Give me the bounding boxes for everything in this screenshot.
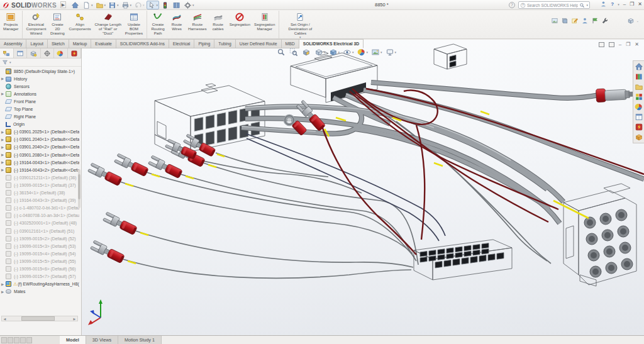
quick-access-button[interactable]: ▾	[108, 1, 119, 9]
expand-arrow[interactable]: ▶	[1, 282, 6, 286]
tree-item[interactable]: ▶ (-) 03901.2025<1> (Default<<Default	[0, 128, 79, 136]
view-tool-button[interactable]: ▾	[371, 48, 382, 57]
tree-item[interactable]: (-) 4302520001<1> (Default) (48)	[0, 219, 79, 227]
sheet-navigation-buttons[interactable]	[0, 336, 33, 344]
minimize-button[interactable]: –	[623, 1, 626, 7]
command-tab[interactable]: Electrical	[169, 39, 195, 48]
dropdown-caret[interactable]: ▾	[117, 3, 119, 7]
ribbon-button[interactable]: Electrical Component Wizard	[24, 11, 48, 38]
command-tab[interactable]: Piping	[194, 39, 214, 48]
command-tab[interactable]: Tubing	[214, 39, 236, 48]
view-tool-caret[interactable]: ▾	[395, 50, 397, 54]
tab-display-manager[interactable]	[54, 48, 68, 58]
quick-access-button[interactable]: ▾	[133, 1, 145, 9]
task-pane-tab[interactable]	[635, 123, 643, 131]
filter-funnel-icon[interactable]	[2, 59, 8, 65]
tree-item[interactable]: (-) 0390121211<1> (Default) (36)	[0, 174, 79, 181]
dropdown-caret[interactable]: ▾	[157, 3, 158, 7]
command-tab[interactable]: User Defined Route	[236, 39, 282, 48]
tree-item[interactable]: Top Plane	[0, 105, 79, 113]
expand-arrow[interactable]: ▶	[1, 130, 6, 134]
connector-top-center[interactable]	[291, 52, 377, 103]
help-button[interactable]: ?	[611, 1, 614, 7]
tree-item[interactable]: (-) 19099-0015<3> (Default) (53)	[0, 242, 79, 250]
tree-item[interactable]: Origin	[0, 121, 79, 128]
tree-item[interactable]: (-) c-0480708-10-an-3d<1> (Default	[0, 212, 79, 219]
search-box[interactable]: Search SOLIDWORKS Help ▾	[518, 1, 590, 9]
tree-item[interactable]: ▶ (-) 03901.2040<2> (Default<<Default	[0, 143, 79, 151]
doc-restore-button[interactable]: ❐	[626, 42, 630, 47]
dropdown-caret[interactable]: ▾	[130, 3, 132, 7]
command-tab[interactable]: Evaluate	[91, 39, 116, 48]
expand-arrow[interactable]: ▶	[1, 77, 6, 80]
view-tool-button[interactable]: ▾	[386, 48, 397, 57]
tab-configuration-manager[interactable]	[27, 48, 41, 58]
tree-vertical-scrollbar[interactable]	[78, 169, 80, 208]
tree-item[interactable]: (-) 19099-0015<6> (Default) (56)	[0, 265, 79, 272]
scroll-right-arrow[interactable]: ▶	[72, 317, 77, 321]
ring-terminal[interactable]	[285, 116, 294, 125]
expand-arrow[interactable]: ▶	[1, 290, 6, 294]
expand-arrow[interactable]: ▶	[1, 153, 6, 157]
view-tool-button[interactable]: ▾	[314, 48, 326, 57]
tree-item[interactable]: ▶ (-) 19164-0043<1> (Default<<Defau	[0, 158, 79, 166]
ribbon-button[interactable]: Segregation Manager	[252, 11, 279, 38]
ribbon-button[interactable]: Create Routing Path	[148, 11, 167, 38]
tree-item[interactable]: 8850 (Default<Display State-1>)	[0, 67, 79, 75]
view-tool-button[interactable]: ▾	[343, 48, 354, 57]
tab-electrical-manager[interactable]	[68, 48, 82, 58]
tree-item[interactable]: ▶ Mates	[0, 288, 79, 296]
tree-item[interactable]: Sensors	[0, 82, 79, 90]
view-tool-caret[interactable]: ▾	[380, 50, 382, 54]
task-pane-tab[interactable]	[635, 113, 643, 121]
dropdown-caret[interactable]: ▾	[192, 3, 194, 7]
tree-horizontal-scrollbar[interactable]: ◀ ▶	[1, 316, 78, 321]
ribbon-button[interactable]: Create 2D Drawing	[48, 11, 67, 38]
quick-access-button[interactable]	[172, 1, 182, 9]
scrollbar-thumb[interactable]	[21, 316, 55, 321]
scroll-left-arrow[interactable]: ◀	[2, 317, 8, 321]
connector-16pin-black[interactable]	[414, 240, 512, 280]
tab-dimxpert-manager[interactable]	[41, 48, 55, 58]
tree-item[interactable]: (-) c-1-480702-0-bt-3d1<1> (Default	[0, 204, 79, 212]
ribbon-button[interactable]: Set Origin / Destination of Cables	[280, 11, 319, 38]
task-pane-tab[interactable]	[635, 92, 643, 101]
filter-caret[interactable]: ▾	[9, 60, 11, 64]
ribbon-button[interactable]: Segregation	[228, 11, 252, 38]
quick-access-button[interactable]: ▾	[95, 1, 107, 9]
ribbon-button[interactable]: Projects Manager	[1, 11, 23, 38]
tree-item[interactable]: (-) 19099-0015<4> (Default) (54)	[0, 250, 79, 257]
view-tool-button[interactable]: ▾	[329, 48, 340, 57]
tree-item[interactable]: (-) 19099-0015<2> (Default) (52)	[0, 235, 79, 242]
sign-in-icon[interactable]	[600, 1, 607, 8]
command-tab[interactable]: MBD	[282, 39, 299, 48]
graphics-viewport[interactable]: – ❐ ✕ ▾	[82, 40, 644, 335]
task-pane-tab[interactable]	[635, 133, 643, 141]
ribbon-button[interactable]: Route Harnesses	[186, 11, 209, 38]
mini-toolbar-icon[interactable]	[591, 17, 599, 25]
ribbon-button[interactable]: Route cables	[209, 11, 228, 38]
quick-access-button[interactable]: ▾	[121, 1, 133, 9]
search-dropdown-caret[interactable]: ▾	[586, 3, 588, 7]
dropdown-caret[interactable]: ▾	[104, 3, 106, 7]
quick-access-button[interactable]: ▾	[147, 1, 160, 9]
expand-arrow[interactable]: ▶	[1, 168, 6, 172]
quick-access-button[interactable]: ▾	[183, 1, 195, 9]
tree-item[interactable]: Front Plane	[0, 97, 79, 105]
tree-item[interactable]: (-) 36154<1> (Default) (38)	[0, 189, 79, 197]
mini-toolbar-icon[interactable]	[551, 17, 558, 25]
tree-item[interactable]: (-) 19099-0015<1> (Default) (37)	[0, 181, 79, 189]
tree-item[interactable]: (-) 19099-0015<7> (Default) (57)	[0, 273, 79, 280]
quick-access-button[interactable]	[160, 1, 170, 9]
ribbon-button[interactable]: Route Wires	[167, 11, 186, 38]
expand-arrow[interactable]: ▶	[1, 160, 6, 164]
search-icon[interactable]	[579, 3, 585, 8]
view-tool-caret[interactable]: ▾	[352, 50, 354, 54]
view-tool-caret[interactable]: ▾	[367, 50, 369, 54]
close-button[interactable]: ✕	[638, 1, 642, 7]
tree-item[interactable]: ▶ (-) 03901.2040<1> (Default<<Default	[0, 136, 79, 143]
task-pane-tab[interactable]	[635, 103, 643, 111]
mini-toolbar-icon[interactable]	[581, 17, 589, 25]
command-tab[interactable]: Sketch	[48, 39, 69, 48]
view-tool-button[interactable]	[277, 48, 286, 57]
